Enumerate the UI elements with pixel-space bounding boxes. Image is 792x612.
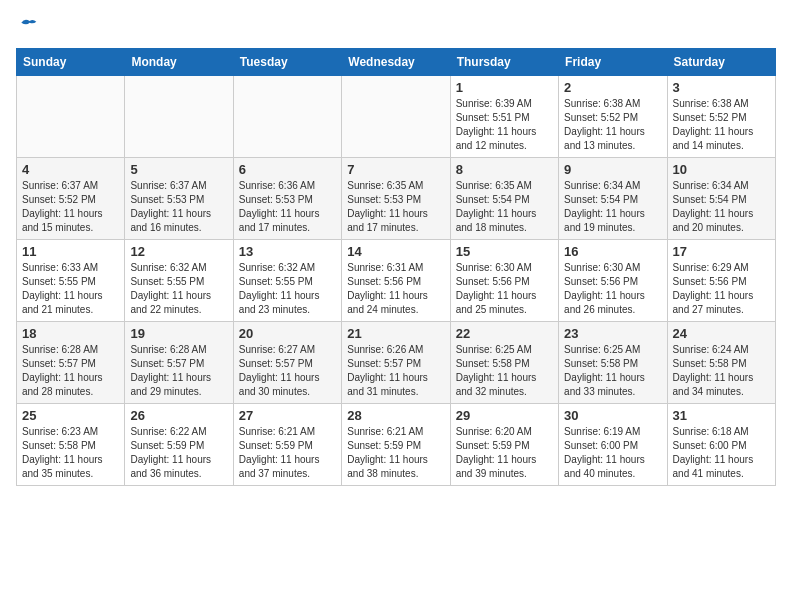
day-number: 17: [673, 244, 770, 259]
calendar-cell: 28Sunrise: 6:21 AMSunset: 5:59 PMDayligh…: [342, 404, 450, 486]
calendar-cell: 14Sunrise: 6:31 AMSunset: 5:56 PMDayligh…: [342, 240, 450, 322]
day-info: Sunrise: 6:38 AMSunset: 5:52 PMDaylight:…: [673, 97, 770, 153]
calendar-cell: 18Sunrise: 6:28 AMSunset: 5:57 PMDayligh…: [17, 322, 125, 404]
weekday-header-monday: Monday: [125, 49, 233, 76]
day-number: 14: [347, 244, 444, 259]
calendar-cell: 13Sunrise: 6:32 AMSunset: 5:55 PMDayligh…: [233, 240, 341, 322]
day-number: 26: [130, 408, 227, 423]
day-info: Sunrise: 6:22 AMSunset: 5:59 PMDaylight:…: [130, 425, 227, 481]
weekday-header-saturday: Saturday: [667, 49, 775, 76]
day-info: Sunrise: 6:28 AMSunset: 5:57 PMDaylight:…: [22, 343, 119, 399]
calendar-cell: 12Sunrise: 6:32 AMSunset: 5:55 PMDayligh…: [125, 240, 233, 322]
day-number: 2: [564, 80, 661, 95]
weekday-header-wednesday: Wednesday: [342, 49, 450, 76]
calendar-cell: 21Sunrise: 6:26 AMSunset: 5:57 PMDayligh…: [342, 322, 450, 404]
day-number: 30: [564, 408, 661, 423]
calendar-cell: 9Sunrise: 6:34 AMSunset: 5:54 PMDaylight…: [559, 158, 667, 240]
day-number: 4: [22, 162, 119, 177]
logo: [16, 16, 38, 36]
calendar-cell: 10Sunrise: 6:34 AMSunset: 5:54 PMDayligh…: [667, 158, 775, 240]
calendar-cell: 20Sunrise: 6:27 AMSunset: 5:57 PMDayligh…: [233, 322, 341, 404]
day-info: Sunrise: 6:21 AMSunset: 5:59 PMDaylight:…: [239, 425, 336, 481]
day-info: Sunrise: 6:30 AMSunset: 5:56 PMDaylight:…: [456, 261, 553, 317]
calendar-cell: 22Sunrise: 6:25 AMSunset: 5:58 PMDayligh…: [450, 322, 558, 404]
calendar-cell: 31Sunrise: 6:18 AMSunset: 6:00 PMDayligh…: [667, 404, 775, 486]
weekday-header-tuesday: Tuesday: [233, 49, 341, 76]
day-info: Sunrise: 6:32 AMSunset: 5:55 PMDaylight:…: [239, 261, 336, 317]
day-info: Sunrise: 6:35 AMSunset: 5:54 PMDaylight:…: [456, 179, 553, 235]
calendar-table: SundayMondayTuesdayWednesdayThursdayFrid…: [16, 48, 776, 486]
calendar-cell: 5Sunrise: 6:37 AMSunset: 5:53 PMDaylight…: [125, 158, 233, 240]
day-info: Sunrise: 6:38 AMSunset: 5:52 PMDaylight:…: [564, 97, 661, 153]
calendar-cell: 30Sunrise: 6:19 AMSunset: 6:00 PMDayligh…: [559, 404, 667, 486]
day-number: 19: [130, 326, 227, 341]
day-number: 5: [130, 162, 227, 177]
day-number: 25: [22, 408, 119, 423]
calendar-week-row: 4Sunrise: 6:37 AMSunset: 5:52 PMDaylight…: [17, 158, 776, 240]
calendar-week-row: 25Sunrise: 6:23 AMSunset: 5:58 PMDayligh…: [17, 404, 776, 486]
calendar-cell: 8Sunrise: 6:35 AMSunset: 5:54 PMDaylight…: [450, 158, 558, 240]
day-info: Sunrise: 6:36 AMSunset: 5:53 PMDaylight:…: [239, 179, 336, 235]
day-info: Sunrise: 6:27 AMSunset: 5:57 PMDaylight:…: [239, 343, 336, 399]
day-number: 12: [130, 244, 227, 259]
day-info: Sunrise: 6:39 AMSunset: 5:51 PMDaylight:…: [456, 97, 553, 153]
calendar-cell: 17Sunrise: 6:29 AMSunset: 5:56 PMDayligh…: [667, 240, 775, 322]
calendar-cell: 24Sunrise: 6:24 AMSunset: 5:58 PMDayligh…: [667, 322, 775, 404]
day-info: Sunrise: 6:32 AMSunset: 5:55 PMDaylight:…: [130, 261, 227, 317]
calendar-cell: 16Sunrise: 6:30 AMSunset: 5:56 PMDayligh…: [559, 240, 667, 322]
day-number: 28: [347, 408, 444, 423]
day-number: 16: [564, 244, 661, 259]
day-info: Sunrise: 6:34 AMSunset: 5:54 PMDaylight:…: [564, 179, 661, 235]
day-info: Sunrise: 6:19 AMSunset: 6:00 PMDaylight:…: [564, 425, 661, 481]
day-info: Sunrise: 6:33 AMSunset: 5:55 PMDaylight:…: [22, 261, 119, 317]
day-number: 18: [22, 326, 119, 341]
day-info: Sunrise: 6:25 AMSunset: 5:58 PMDaylight:…: [456, 343, 553, 399]
day-number: 24: [673, 326, 770, 341]
day-number: 9: [564, 162, 661, 177]
calendar-cell: 23Sunrise: 6:25 AMSunset: 5:58 PMDayligh…: [559, 322, 667, 404]
day-info: Sunrise: 6:37 AMSunset: 5:53 PMDaylight:…: [130, 179, 227, 235]
day-number: 27: [239, 408, 336, 423]
calendar-cell: 6Sunrise: 6:36 AMSunset: 5:53 PMDaylight…: [233, 158, 341, 240]
day-info: Sunrise: 6:24 AMSunset: 5:58 PMDaylight:…: [673, 343, 770, 399]
day-number: 11: [22, 244, 119, 259]
day-info: Sunrise: 6:25 AMSunset: 5:58 PMDaylight:…: [564, 343, 661, 399]
day-info: Sunrise: 6:35 AMSunset: 5:53 PMDaylight:…: [347, 179, 444, 235]
day-number: 7: [347, 162, 444, 177]
day-info: Sunrise: 6:31 AMSunset: 5:56 PMDaylight:…: [347, 261, 444, 317]
calendar-cell: 3Sunrise: 6:38 AMSunset: 5:52 PMDaylight…: [667, 76, 775, 158]
weekday-header-thursday: Thursday: [450, 49, 558, 76]
calendar-week-row: 1Sunrise: 6:39 AMSunset: 5:51 PMDaylight…: [17, 76, 776, 158]
day-number: 29: [456, 408, 553, 423]
day-number: 31: [673, 408, 770, 423]
calendar-cell: [342, 76, 450, 158]
calendar-cell: [233, 76, 341, 158]
day-info: Sunrise: 6:23 AMSunset: 5:58 PMDaylight:…: [22, 425, 119, 481]
weekday-header-sunday: Sunday: [17, 49, 125, 76]
calendar-week-row: 18Sunrise: 6:28 AMSunset: 5:57 PMDayligh…: [17, 322, 776, 404]
calendar-cell: [125, 76, 233, 158]
calendar-cell: 25Sunrise: 6:23 AMSunset: 5:58 PMDayligh…: [17, 404, 125, 486]
calendar-week-row: 11Sunrise: 6:33 AMSunset: 5:55 PMDayligh…: [17, 240, 776, 322]
day-info: Sunrise: 6:20 AMSunset: 5:59 PMDaylight:…: [456, 425, 553, 481]
day-number: 22: [456, 326, 553, 341]
day-number: 10: [673, 162, 770, 177]
day-info: Sunrise: 6:37 AMSunset: 5:52 PMDaylight:…: [22, 179, 119, 235]
calendar-cell: 2Sunrise: 6:38 AMSunset: 5:52 PMDaylight…: [559, 76, 667, 158]
weekday-header-friday: Friday: [559, 49, 667, 76]
calendar-cell: 4Sunrise: 6:37 AMSunset: 5:52 PMDaylight…: [17, 158, 125, 240]
day-number: 21: [347, 326, 444, 341]
calendar-cell: 26Sunrise: 6:22 AMSunset: 5:59 PMDayligh…: [125, 404, 233, 486]
day-number: 13: [239, 244, 336, 259]
calendar-cell: 7Sunrise: 6:35 AMSunset: 5:53 PMDaylight…: [342, 158, 450, 240]
day-number: 1: [456, 80, 553, 95]
logo-bird-icon: [18, 16, 38, 36]
day-info: Sunrise: 6:21 AMSunset: 5:59 PMDaylight:…: [347, 425, 444, 481]
day-info: Sunrise: 6:30 AMSunset: 5:56 PMDaylight:…: [564, 261, 661, 317]
day-number: 23: [564, 326, 661, 341]
day-info: Sunrise: 6:28 AMSunset: 5:57 PMDaylight:…: [130, 343, 227, 399]
day-info: Sunrise: 6:29 AMSunset: 5:56 PMDaylight:…: [673, 261, 770, 317]
calendar-cell: 19Sunrise: 6:28 AMSunset: 5:57 PMDayligh…: [125, 322, 233, 404]
day-info: Sunrise: 6:18 AMSunset: 6:00 PMDaylight:…: [673, 425, 770, 481]
calendar-cell: 29Sunrise: 6:20 AMSunset: 5:59 PMDayligh…: [450, 404, 558, 486]
